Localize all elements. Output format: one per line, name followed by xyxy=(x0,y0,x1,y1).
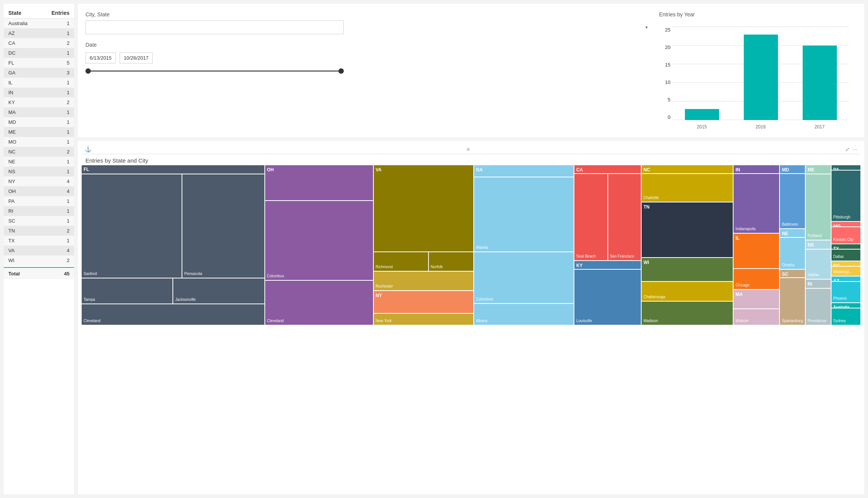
il-block[interactable]: IL xyxy=(734,234,779,268)
table-row[interactable]: ME1 xyxy=(4,127,74,137)
date-start[interactable]: 6/13/2015 xyxy=(85,52,116,63)
albany-block[interactable]: Albany xyxy=(474,304,574,325)
pittsburgh-block[interactable]: Pittsburgh xyxy=(832,171,860,221)
treemap-block-ky[interactable]: KY xyxy=(574,261,641,269)
treemap-block-mo[interactable]: MO xyxy=(832,222,860,226)
treemap-sublabel: Columbus xyxy=(476,297,493,301)
tampa-block[interactable]: Tampa xyxy=(82,278,172,303)
table-row[interactable]: MO1 xyxy=(4,137,74,147)
table-row[interactable]: NE1 xyxy=(4,157,74,167)
table-row[interactable]: RI1 xyxy=(4,206,74,216)
jacksonville-block[interactable]: Jacksonville xyxy=(173,278,264,303)
table-row[interactable]: TN2 xyxy=(4,226,74,236)
treemap-block-pa[interactable]: PA xyxy=(832,165,860,170)
bar-group[interactable] xyxy=(803,27,837,120)
treemap-block-oh[interactable]: OH xyxy=(265,165,373,200)
table-row[interactable]: GA3 xyxy=(4,68,74,78)
slider-handle-right[interactable] xyxy=(338,68,344,74)
ma-block[interactable]: MA xyxy=(734,290,779,308)
table-row[interactable]: DC1 xyxy=(4,48,74,58)
louisville-block[interactable]: Louisville xyxy=(574,270,641,325)
treemap-block-tx[interactable]: TX xyxy=(832,244,860,249)
columbus-ga-block[interactable]: Columbus xyxy=(474,252,574,303)
new-york-block[interactable]: New York xyxy=(374,314,473,325)
madison-wi-block[interactable]: Madison xyxy=(642,302,733,325)
table-row[interactable]: Australia1 xyxy=(4,19,74,28)
table-row[interactable]: PA1 xyxy=(4,196,74,206)
menu-icon[interactable]: ≡ xyxy=(467,146,470,152)
table-row[interactable]: NS1 xyxy=(4,167,74,177)
treemap-block-ca[interactable]: CA xyxy=(574,165,641,173)
bar-group[interactable] xyxy=(744,27,778,120)
halifax-block[interactable]: Halifax xyxy=(806,250,831,279)
table-row[interactable]: IL1 xyxy=(4,78,74,88)
date-end[interactable]: 10/26/2017 xyxy=(120,52,153,63)
woburn-block[interactable]: Woburn xyxy=(734,309,779,325)
kansas-city-block[interactable]: Kansas City xyxy=(832,227,860,243)
omaha-block[interactable]: Omaha xyxy=(780,238,805,269)
rochester-block[interactable]: Rochester xyxy=(374,272,473,290)
treemap-block-az[interactable]: AZ xyxy=(832,277,860,281)
indianapolis-block[interactable]: Indianapolis xyxy=(734,174,779,233)
charlotte-block[interactable]: Charlotte xyxy=(642,174,733,202)
slider-handle-left[interactable] xyxy=(85,68,91,74)
treemap-label: TX xyxy=(833,246,839,249)
treemap-block-nc[interactable]: NC xyxy=(642,165,733,173)
chattanooga-block[interactable]: Chattanooga xyxy=(642,282,733,300)
table-row[interactable]: OH4 xyxy=(4,187,74,196)
table-row[interactable]: NY4 xyxy=(4,177,74,187)
fl-label-block[interactable]: FL xyxy=(82,165,264,174)
table-row[interactable]: WI2 xyxy=(4,256,74,266)
table-row[interactable]: MD1 xyxy=(4,117,74,127)
treemap-block-sc[interactable]: SC xyxy=(780,270,805,278)
seal-beach-block[interactable]: Seal Beach xyxy=(574,174,607,261)
bar-group[interactable] xyxy=(685,27,719,120)
atlanta-block[interactable]: Atlanta xyxy=(474,177,574,251)
cleveland-fl-block[interactable]: Cleveland xyxy=(82,304,264,325)
baltimore-block[interactable]: Baltimore xyxy=(780,174,805,229)
treemap-block-ga[interactable]: GA xyxy=(474,165,574,177)
chicago-block[interactable]: Chicago xyxy=(734,269,779,289)
treemap-block-va[interactable]: VA xyxy=(374,165,473,251)
norfolk-block[interactable]: Norfolk xyxy=(429,252,473,271)
portland-block[interactable]: Portland xyxy=(806,174,831,240)
treemap-block-me[interactable]: ME xyxy=(806,165,831,174)
table-row[interactable]: FL5 xyxy=(4,58,74,68)
treemap-block-ri[interactable]: RI xyxy=(806,280,831,288)
sanford-block[interactable]: Sanford xyxy=(82,174,182,278)
table-row[interactable]: SC1 xyxy=(4,216,74,226)
table-row[interactable]: AZ1 xyxy=(4,28,74,38)
expand-icon[interactable]: ⤢ xyxy=(845,146,850,152)
treemap-block-australia[interactable]: Australia xyxy=(832,303,860,308)
treemap-block-ns[interactable]: NS xyxy=(806,240,831,249)
providence-block[interactable]: Providence xyxy=(806,289,831,325)
dallas-block[interactable]: Dallas xyxy=(832,250,860,261)
table-row[interactable]: CA2 xyxy=(4,38,74,48)
ny-block[interactable]: NY xyxy=(374,291,473,313)
table-row[interactable]: KY2 xyxy=(4,98,74,108)
date-slider[interactable] xyxy=(85,67,344,75)
columbus-oh-block[interactable]: Columbus xyxy=(265,201,373,280)
pensacola-block[interactable]: Pensacola xyxy=(182,174,264,278)
treemap-block-ne[interactable]: NE xyxy=(780,229,805,237)
tn-block[interactable]: TN xyxy=(642,202,733,257)
table-row[interactable]: IN1 xyxy=(4,88,74,98)
table-row[interactable]: MA1 xyxy=(4,108,74,117)
city-state-dropdown[interactable] xyxy=(85,21,344,34)
treemap-block-dc[interactable]: DC xyxy=(832,261,860,266)
treemap-block-in[interactable]: IN xyxy=(734,165,779,173)
wi-block[interactable]: WI xyxy=(642,258,733,281)
san-francisco-block[interactable]: San Francisco xyxy=(608,174,641,261)
anchor-icon[interactable]: ⚓ xyxy=(85,146,91,152)
cleveland-oh-block[interactable]: Cleveland xyxy=(265,281,373,325)
spartanburg-block[interactable]: Spartanburg xyxy=(780,278,805,325)
table-row[interactable]: NC2 xyxy=(4,147,74,157)
treemap-block-md[interactable]: MD xyxy=(780,165,805,173)
phoenix-block[interactable]: Phoenix xyxy=(832,282,860,302)
table-row[interactable]: TX1 xyxy=(4,236,74,246)
table-row[interactable]: VA4 xyxy=(4,246,74,256)
more-icon[interactable]: ··· xyxy=(853,146,857,152)
washington-block[interactable]: Washingt... xyxy=(832,267,860,276)
richmond-block[interactable]: Richmond xyxy=(374,252,428,271)
sydney-block[interactable]: Sydney xyxy=(832,308,860,325)
